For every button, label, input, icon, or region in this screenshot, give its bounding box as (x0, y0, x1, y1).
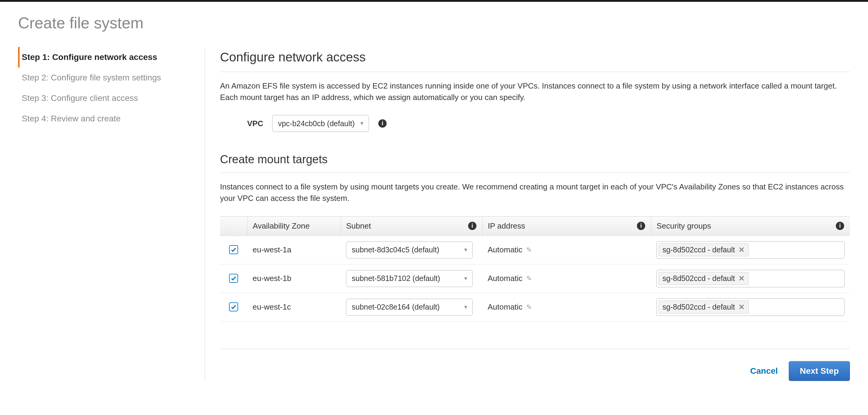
svg-text:i: i (381, 120, 383, 127)
wizard-step-3[interactable]: Step 3: Configure client access (18, 88, 193, 108)
pencil-icon: ✎ (526, 275, 532, 282)
table-header-ip: IP address i (482, 216, 651, 236)
configure-network-desc: An Amazon EFS file system is accessed by… (220, 80, 850, 103)
vpc-select[interactable]: vpc-b24cb0cb (default) ▼ (272, 115, 369, 132)
row-checkbox[interactable] (229, 302, 238, 311)
security-group-tag: sg-8d502ccd - default ✕ (658, 272, 749, 285)
footer-bar: Cancel Next Step (220, 349, 850, 381)
close-icon[interactable]: ✕ (738, 274, 745, 283)
subnet-value: subnet-02c8e164 (default) (352, 303, 440, 311)
wizard-step-2[interactable]: Step 2: Configure file system settings (18, 67, 193, 88)
table-header-sg: Security groups i (651, 216, 850, 236)
configure-network-title: Configure network access (220, 47, 850, 72)
info-icon[interactable]: i (468, 221, 477, 231)
mount-targets-desc: Instances connect to a file system by us… (220, 181, 850, 204)
info-icon[interactable]: i (637, 221, 646, 231)
subnet-value: subnet-581b7102 (default) (352, 274, 440, 283)
vpc-label: VPC (247, 119, 263, 128)
table-row: eu-west-1a subnet-8d3c04c5 (default) ▼ A… (220, 236, 850, 264)
svg-text:i: i (640, 222, 642, 229)
mount-targets-table: Availability Zone Subnet i IP address i … (220, 216, 850, 322)
row-checkbox[interactable] (229, 274, 238, 283)
main-panel: Configure network access An Amazon EFS f… (205, 47, 850, 381)
table-header-checkbox (220, 216, 247, 236)
wizard-sidebar: Step 1: Configure network access Step 2:… (18, 47, 205, 381)
security-group-tag: sg-8d502ccd - default ✕ (658, 301, 749, 313)
next-step-button[interactable]: Next Step (789, 361, 850, 381)
chevron-down-icon: ▼ (463, 305, 468, 310)
pencil-icon: ✎ (526, 246, 532, 254)
wizard-step-4[interactable]: Step 4: Review and create (18, 108, 193, 129)
table-header-subnet: Subnet i (341, 216, 482, 236)
vpc-selected-value: vpc-b24cb0cb (default) (278, 119, 354, 128)
svg-text:i: i (839, 222, 841, 229)
svg-text:i: i (471, 222, 473, 229)
chevron-down-icon: ▼ (463, 247, 468, 253)
subnet-select[interactable]: subnet-581b7102 (default) ▼ (346, 270, 472, 287)
subnet-select[interactable]: subnet-8d3c04c5 (default) ▼ (346, 242, 472, 258)
ip-value[interactable]: Automatic ✎ (488, 245, 532, 254)
info-icon[interactable]: i (378, 119, 387, 128)
chevron-down-icon: ▼ (463, 276, 468, 281)
az-value: eu-west-1c (247, 293, 341, 321)
page-title: Create file system (18, 2, 850, 47)
az-value: eu-west-1b (247, 264, 341, 293)
subnet-select[interactable]: subnet-02c8e164 (default) ▼ (346, 299, 472, 316)
table-header-az: Availability Zone (247, 216, 341, 236)
security-groups-input[interactable]: sg-8d502ccd - default ✕ (656, 241, 844, 259)
az-value: eu-west-1a (247, 236, 341, 264)
security-groups-input[interactable]: sg-8d502ccd - default ✕ (656, 299, 844, 316)
subnet-value: subnet-8d3c04c5 (default) (352, 245, 439, 254)
cancel-button[interactable]: Cancel (750, 366, 778, 376)
table-row: eu-west-1c subnet-02c8e164 (default) ▼ A… (220, 293, 850, 321)
chevron-down-icon: ▼ (360, 121, 364, 126)
close-icon[interactable]: ✕ (738, 245, 745, 254)
row-checkbox[interactable] (229, 245, 238, 254)
table-row: eu-west-1b subnet-581b7102 (default) ▼ A… (220, 264, 850, 293)
security-group-tag: sg-8d502ccd - default ✕ (658, 243, 749, 256)
close-icon[interactable]: ✕ (738, 303, 745, 311)
ip-value[interactable]: Automatic ✎ (488, 302, 532, 312)
mount-targets-title: Create mount targets (220, 153, 850, 173)
pencil-icon: ✎ (526, 303, 532, 311)
wizard-step-1[interactable]: Step 1: Configure network access (18, 47, 193, 67)
ip-value[interactable]: Automatic ✎ (488, 274, 532, 283)
info-icon[interactable]: i (835, 221, 844, 231)
security-groups-input[interactable]: sg-8d502ccd - default ✕ (656, 270, 844, 287)
